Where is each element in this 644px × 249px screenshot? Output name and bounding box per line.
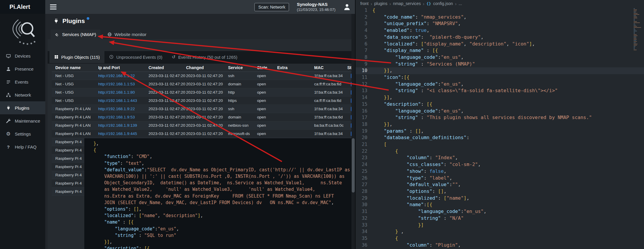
code-token: : (430, 155, 435, 160)
globe-icon (107, 32, 112, 37)
tab-plugin-objects[interactable]: Plugin Objects (115) (49, 51, 104, 63)
code-token: , (390, 68, 393, 73)
ip-port-link[interactable]: http://192.168.1.9:22 (98, 107, 135, 111)
code-token: , (158, 213, 163, 218)
minimap-line (634, 31, 637, 31)
sidebar-item-network[interactable]: Network (0, 88, 45, 101)
ip-port-link[interactable]: http://192.168.1.9:139 (98, 123, 137, 128)
code-token: , (398, 229, 404, 234)
cell-changed: 2023-03-11 02:47:20 (183, 107, 225, 111)
line-number: 33 (356, 222, 367, 229)
code-token: : (438, 195, 444, 201)
column-header-service[interactable]: Service (225, 65, 254, 70)
sidebar-item-label: Devices (15, 53, 30, 58)
cell-changed: 2023-03-11 02:47:20 (183, 74, 225, 78)
code-token (372, 27, 384, 33)
scrollbar-track[interactable] (351, 14, 355, 249)
ip-port-link[interactable]: http://192.168.1.1:443 (98, 98, 137, 103)
code-token: : (128, 206, 133, 212)
editor-line: 11 "icon":[{ (356, 74, 644, 81)
column-header-status[interactable]: Status (344, 65, 352, 70)
code-token: "language_code" (395, 54, 438, 60)
tab-services-nmap[interactable]: Services (NMAP) (51, 30, 101, 39)
code-text: } , (367, 228, 404, 235)
breadcrumb-item[interactable]: config.json (433, 1, 453, 6)
line-number: 3 (356, 20, 367, 27)
code-text: "type": "text", (88, 161, 144, 166)
breadcrumb-item[interactable]: front (360, 1, 369, 6)
code-text: "params" : [], (367, 128, 424, 135)
minimap-line (634, 25, 636, 25)
code-token: "pialert-db-query" (430, 34, 481, 40)
cell-created: 2023-03-11 02:47:20 (145, 123, 183, 128)
column-header-device[interactable]: Device name (52, 65, 95, 70)
menu-toggle-button[interactable] (50, 3, 57, 11)
code-token: { (372, 7, 375, 13)
editor-line: 9 "string" : "Services (NMAP)" (356, 61, 644, 68)
editor-code[interactable]: 1{2 "code_name": "nmap_services",3 "uniq… (356, 7, 644, 249)
sidebar-item-devices[interactable]: Devices (0, 49, 45, 62)
tab-unprocessed-events[interactable]: Unprocessed Events (0) (104, 51, 167, 63)
table-row: Raspberry Pi 4 LANhttp://192.168.1.9:532… (52, 113, 352, 121)
column-header-mac[interactable]: MAC (311, 65, 344, 70)
ip-port-link[interactable]: http://192.168.1.1:53 (98, 82, 135, 86)
line-number: 25 (356, 168, 367, 175)
cell-changed: 2023-03-11 02:47:20 (183, 115, 225, 119)
code-text: "data_source": "pialert-db-query", (367, 34, 484, 41)
breadcrumb-item[interactable]: plugins (374, 1, 387, 6)
code-token: , (455, 155, 458, 160)
code-token: , (444, 168, 447, 174)
sidebar-item-presence[interactable]: Presence (0, 62, 45, 75)
cell-service: ssh (225, 107, 254, 111)
code-token: , (506, 41, 512, 47)
scrollbar-thumb[interactable] (352, 138, 355, 193)
editor-line: 30 "name":[{ (356, 201, 644, 208)
user-icon[interactable] (343, 3, 351, 11)
breadcrumb-item[interactable]: ... (459, 1, 462, 6)
code-token: "en_us" (441, 54, 461, 60)
sidebar-item-events[interactable]: Events (0, 75, 45, 88)
sidebar-item-plugins[interactable]: Plugins (0, 101, 45, 114)
cell-ip-port: http://192.168.1.9:22 (95, 107, 145, 111)
ip-port-link[interactable]: http://192.168.1.1:22 (98, 74, 135, 78)
code-text: { (367, 148, 398, 155)
ip-port-link[interactable]: http://192.168.1.9:445 (98, 131, 137, 136)
code-token: "en_us" (158, 226, 176, 232)
code-token: "display_name" (424, 41, 464, 47)
sidebar-item-maintenance[interactable]: Maintenance (0, 114, 45, 127)
column-header-state[interactable]: State (254, 65, 274, 70)
minimap[interactable] (634, 8, 643, 51)
tab-website-monitor[interactable]: Website monitor (103, 30, 151, 39)
sidebar-item-settings[interactable]: ⚙ Settings (0, 127, 45, 140)
minimap-line (634, 8, 635, 9)
code-token: "description" (469, 41, 506, 47)
column-header-extra[interactable]: Extra (274, 65, 311, 70)
breadcrumb-item[interactable]: nmap_services (393, 1, 421, 6)
history-icon: ↺ (172, 55, 176, 59)
line-number: 16 (356, 108, 367, 115)
code-token: as Watched_Value2, 'null' as Watched_Val… (104, 187, 315, 192)
code-text: "language_code":"en_us", (367, 108, 464, 115)
code-token: "description" (104, 246, 139, 249)
code-token: : (415, 14, 421, 20)
cell-state: open (254, 98, 274, 103)
code-token: }] (384, 121, 390, 127)
tab-events-history[interactable]: ↺ Events History (50 out of 1265) (167, 51, 242, 63)
ip-port-link[interactable]: http://192.168.1.9:53 (98, 115, 135, 119)
column-header-changed[interactable]: Changed (183, 65, 225, 70)
code-token (372, 188, 407, 194)
code-token: "description" (384, 101, 421, 107)
line-number: 19 (356, 128, 367, 135)
minimap-line (634, 20, 635, 21)
sidebar-item-help[interactable]: ? Help / FAQ (0, 140, 45, 153)
plugin-tabs: Services (NMAP) Website monitor (45, 30, 355, 39)
code-text: as Watched_Value2, 'null' as Watched_Val… (88, 187, 315, 192)
code-token (372, 115, 395, 120)
code-text: "localized": ["name"], (367, 195, 469, 202)
column-header-ip-port[interactable]: Ip and Port (95, 65, 145, 70)
code-text: "function": "CMD", (88, 154, 152, 159)
minimap-line (634, 11, 637, 11)
code-token: [{ (427, 202, 432, 207)
column-header-created[interactable]: Created (145, 65, 183, 70)
ip-port-link[interactable]: http://192.168.1.1:80 (98, 90, 135, 95)
